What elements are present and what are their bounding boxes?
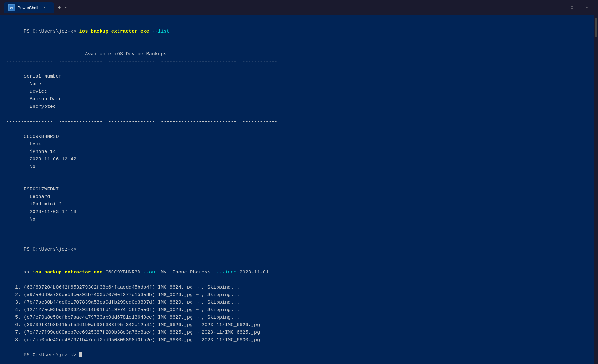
item-arrow-4: → <box>193 307 202 313</box>
item-result-4: , Skipping... <box>202 307 239 313</box>
item-result-7: 2023-11/IMG_6625.jpg <box>202 330 260 335</box>
powershell-window: PS PowerShell × + ∨ — □ ✕ PS C:\Users\jo… <box>0 0 598 364</box>
file-list: 1. (63/637204b0642f653279302f38e64faaedd… <box>6 283 592 344</box>
close-button[interactable]: ✕ <box>580 3 594 13</box>
table-title: Available iOS Device Backups <box>6 50 592 58</box>
scrollbar[interactable] <box>594 15 598 364</box>
item-hash-8: (cc/cc0cde42cd48797fb47dcd2bd950805898d0… <box>21 337 155 343</box>
table-row-2: F9FKG17WFDM7 Leopard iPad mini 2 2023-11… <box>6 178 592 231</box>
item-file-1: IMG_6624.jpg <box>155 284 193 290</box>
item-num-6: 6. <box>6 322 21 328</box>
item-result-5: , Skipping... <box>202 315 239 320</box>
item-arrow-8: → <box>193 337 202 343</box>
file-item-8: 8. (cc/cc0cde42cd48797fb47dcd2bd95080589… <box>6 336 592 344</box>
titlebar: PS PowerShell × + ∨ — □ ✕ <box>0 0 598 15</box>
window-controls: — □ ✕ <box>550 3 594 13</box>
final-prompt: PS C:\Users\joz-k> <box>24 352 79 358</box>
item-arrow-7: → <box>193 330 202 335</box>
item-arrow-1: → <box>193 284 202 290</box>
item-file-3: IMG_6629.jpg <box>155 299 193 305</box>
cmd2-arg1: C6CC9XBHNR3D <box>102 269 143 275</box>
item-arrow-3: → <box>193 299 202 305</box>
prompt-1: PS C:\Users\joz-k> <box>24 29 79 34</box>
col-encrypted: Encrypted <box>24 104 56 109</box>
tab-dropdown-button[interactable]: ∨ <box>65 5 67 10</box>
command-exe-1: ios_backup_extractor.exe <box>79 29 149 34</box>
row2-name: Leopard <box>24 194 73 200</box>
row2-encrypted: No <box>24 216 35 222</box>
col-device: Device <box>24 89 76 94</box>
item-file-7: IMG_6625.jpg <box>155 330 193 335</box>
item-hash-4: (12/127ec03bdb62032a9314b91fd149974f58f2… <box>21 307 155 313</box>
item-num-8: 8. <box>6 337 21 343</box>
item-file-5: IMG_6627.jpg <box>155 315 193 320</box>
row2-device: iPad mini 2 <box>24 201 76 207</box>
blank-line-1 <box>6 43 592 50</box>
item-num-7: 7. <box>6 330 21 335</box>
item-hash-1: (63/637204b0642f653279302f38e64faaedd45b… <box>21 284 155 290</box>
file-item-4: 4. (12/127ec03bdb62032a9314b91fd149974f5… <box>6 306 592 314</box>
blank-line-2 <box>6 231 592 238</box>
item-hash-6: (39/39f31b89415af54d1b0ab93f388f95f342c1… <box>21 322 155 328</box>
col-date: Backup Date <box>24 96 105 102</box>
final-prompt-line: PS C:\Users\joz-k> <box>6 344 592 364</box>
table-row-1: C6CC9XBHNR3D Lynx iPhone 14 2023-11-06 1… <box>6 125 592 178</box>
item-file-6: IMG_6626.jpg <box>155 322 193 328</box>
item-hash-7: (7c/7c7f99dd00aeb7ec6925387f200b38c3a76c… <box>21 330 155 335</box>
svg-text:PS: PS <box>10 6 13 9</box>
item-file-4: IMG_6628.jpg <box>155 307 193 313</box>
terminal-body[interactable]: PS C:\Users\joz-k> ios_backup_extractor.… <box>0 15 598 364</box>
cmd2-flag2: --since <box>216 269 237 275</box>
item-result-2: , Skipping... <box>202 292 239 298</box>
new-tab-button[interactable]: + <box>58 4 61 11</box>
item-hash-2: (a9/a9d89a726ce58cea93b746057070ef277d15… <box>21 292 155 298</box>
row1-name: Lynx <box>24 141 73 147</box>
command-line-2: >> ios_backup_extractor.exe C6CC9XBHNR3D… <box>6 261 592 283</box>
item-result-3: , Skipping... <box>202 299 239 305</box>
item-arrow-5: → <box>193 315 202 320</box>
tab-title: PowerShell <box>18 5 38 10</box>
item-hash-3: (7b/7bc80bf4dc0e1707839a53ca9dfb299cd0c3… <box>21 299 155 305</box>
item-num-2: 2. <box>6 292 21 298</box>
item-num-3: 3. <box>6 299 21 305</box>
item-file-8: IMG_6630.jpg <box>155 337 193 343</box>
divider-1: ---------------- --------------- -------… <box>6 58 592 65</box>
cursor <box>79 352 82 357</box>
tab-close-button[interactable]: × <box>43 5 46 10</box>
row2-serial: F9FKG17WFDM7 <box>24 186 65 192</box>
file-item-1: 1. (63/637204b0642f653279302f38e64faaedd… <box>6 283 592 291</box>
item-num-1: 1. <box>6 284 21 290</box>
row1-encrypted: No <box>24 164 35 169</box>
file-item-3: 3. (7b/7bc80bf4dc0e1707839a53ca9dfb299cd… <box>6 299 592 306</box>
prompt-line-2: PS C:\Users\joz-k> <box>6 238 592 261</box>
cmd2-arg2: My_iPhone_Photos\ <box>158 269 216 275</box>
powershell-icon: PS <box>8 4 15 11</box>
item-num-5: 5. <box>6 315 21 320</box>
cmd2-flag1: --out <box>143 269 158 275</box>
row1-serial: C6CC9XBHNR3D <box>24 134 65 139</box>
cmd2-arg3: 2023-11-01 <box>237 269 269 275</box>
cmd2-prefix: >> <box>24 269 33 275</box>
file-item-2: 2. (a9/a9d89a726ce58cea93b746057070ef277… <box>6 291 592 299</box>
item-hash-5: (c7/c79a8c50efbb7aae4a79733ab9dd6781c136… <box>21 315 155 320</box>
command-flag-1: --list <box>149 29 170 34</box>
col-name: Name <box>24 81 73 87</box>
file-item-7: 7. (7c/7c7f99dd00aeb7ec6925387f200b38c3a… <box>6 329 592 336</box>
active-tab[interactable]: PS PowerShell × <box>4 2 54 13</box>
minimize-button[interactable]: — <box>550 3 564 13</box>
column-headers: Serial Number Name Device Backup Date En… <box>6 65 592 118</box>
file-item-6: 6. (39/39f31b89415af54d1b0ab93f388f95f34… <box>6 321 592 329</box>
item-result-1: , Skipping... <box>202 284 239 290</box>
item-arrow-2: → <box>193 292 202 298</box>
row1-device: iPhone 14 <box>24 149 76 154</box>
maximize-button[interactable]: □ <box>565 3 579 13</box>
scrollbar-thumb[interactable] <box>595 18 597 37</box>
item-arrow-6: → <box>193 322 202 328</box>
divider-2: ---------------- --------------- -------… <box>6 118 592 125</box>
item-result-8: 2023-11/IMG_6630.jpg <box>202 337 260 343</box>
item-file-2: IMG_6623.jpg <box>155 292 193 298</box>
item-num-4: 4. <box>6 307 21 313</box>
prompt-2: PS C:\Users\joz-k> <box>24 247 76 252</box>
row1-date: 2023-11-06 12:42 <box>24 156 105 162</box>
item-result-6: 2023-11/IMG_6626.jpg <box>202 322 260 328</box>
